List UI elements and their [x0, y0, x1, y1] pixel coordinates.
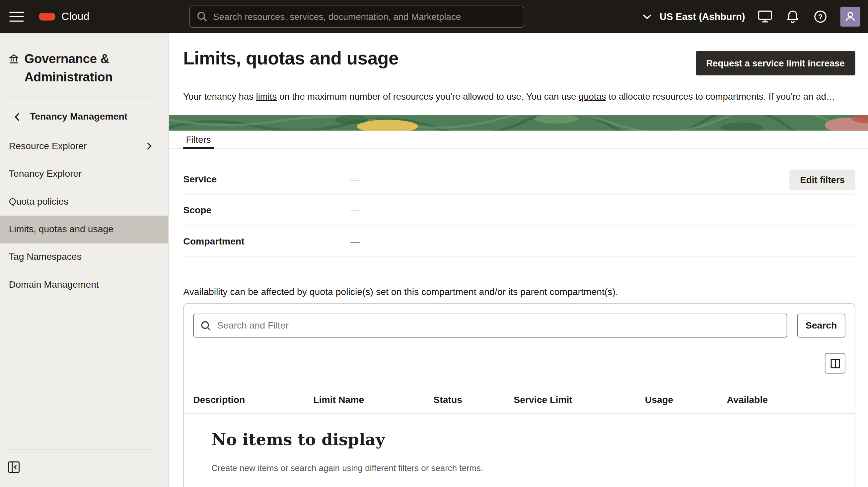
- filter-label: Scope: [183, 205, 350, 216]
- sidebar-item-quota-policies[interactable]: Quota policies: [0, 188, 168, 216]
- sidebar-nav-list: Resource Explorer Tenancy Explorer Quota…: [0, 133, 168, 299]
- global-search[interactable]: [189, 6, 524, 28]
- column-header-usage[interactable]: Usage: [645, 395, 727, 406]
- intro-post: to allocate resources to compartments. I…: [606, 91, 835, 101]
- tab-filters[interactable]: Filters: [183, 131, 214, 149]
- search-button[interactable]: Search: [797, 314, 845, 338]
- panel-search-row: Search: [193, 314, 845, 338]
- filter-row-compartment: Compartment —: [183, 226, 855, 257]
- oracle-logo-icon: [39, 12, 55, 20]
- sidebar-header: Governance & Administration: [0, 33, 168, 86]
- search-icon: [200, 320, 211, 331]
- request-limit-increase-button[interactable]: Request a service limit increase: [695, 51, 855, 75]
- app-window: Cloud US East (Ashburn) ?: [0, 0, 868, 487]
- sidebar-bottom-divider: [6, 449, 156, 450]
- sidebar-item-domain-management[interactable]: Domain Management: [0, 271, 168, 299]
- sidebar: Governance & Administration Tenancy Mana…: [0, 33, 169, 487]
- search-icon: [196, 11, 207, 22]
- column-header-description[interactable]: Description: [193, 395, 313, 406]
- user-avatar[interactable]: [840, 7, 860, 27]
- intro-mid: on the maximum number of resources you'r…: [277, 91, 579, 101]
- topbar-right: US East (Ashburn) ?: [643, 0, 860, 33]
- empty-state-subtitle: Create new items or search again using d…: [211, 463, 483, 474]
- sidebar-parent-label: Tenancy Management: [30, 111, 127, 122]
- filter-row-scope: Scope —: [183, 195, 855, 226]
- sidebar-item-label: Tag Namespaces: [9, 252, 82, 262]
- notifications-bell-icon[interactable]: [785, 9, 801, 25]
- results-panel: Search Description Limit Name Status Ser…: [183, 303, 855, 487]
- empty-state-title: No items to display: [211, 430, 385, 449]
- brand-label: Cloud: [61, 11, 90, 23]
- sidebar-item-label: Tenancy Explorer: [9, 168, 82, 179]
- chevron-left-icon: [14, 113, 20, 122]
- sidebar-item-limits-quotas-usage[interactable]: Limits, quotas and usage: [0, 216, 168, 243]
- availability-note: Availability can be affected by quota po…: [183, 287, 618, 298]
- intro-text: Your tenancy has limits on the maximum n…: [183, 90, 855, 103]
- column-header-service-limit[interactable]: Service Limit: [514, 395, 645, 406]
- global-search-input[interactable]: [213, 11, 517, 22]
- filter-value: —: [350, 174, 360, 185]
- brand[interactable]: Cloud: [39, 11, 90, 23]
- decorative-banner: [169, 115, 868, 131]
- hamburger-menu-icon[interactable]: [9, 11, 24, 22]
- limits-link[interactable]: limits: [256, 91, 277, 101]
- filter-label: Compartment: [183, 236, 350, 247]
- filter-label: Service: [183, 174, 350, 185]
- region-label: US East (Ashburn): [660, 11, 745, 23]
- svg-text:?: ?: [818, 12, 823, 21]
- chevron-right-icon: [147, 142, 152, 150]
- tab-label: Filters: [186, 135, 211, 145]
- table-search[interactable]: [193, 314, 787, 338]
- sidebar-item-resource-explorer[interactable]: Resource Explorer: [0, 133, 168, 160]
- page-title: Limits, quotas and usage: [183, 48, 399, 68]
- help-icon[interactable]: ?: [813, 9, 828, 25]
- main-content: Limits, quotas and usage Request a servi…: [169, 33, 868, 487]
- table-search-input[interactable]: [217, 320, 780, 331]
- sidebar-section-title: Governance & Administration: [24, 50, 157, 86]
- governance-icon: [9, 54, 19, 86]
- chevron-down-icon: [643, 14, 652, 20]
- column-settings-button[interactable]: [825, 353, 845, 374]
- sidebar-item-label: Domain Management: [9, 279, 99, 290]
- table-header-row: Description Limit Name Status Service Li…: [184, 387, 855, 414]
- column-header-status[interactable]: Status: [433, 395, 514, 406]
- topbar: Cloud US East (Ashburn) ?: [0, 0, 868, 33]
- sidebar-item-label: Quota policies: [9, 196, 69, 207]
- sidebar-collapse-icon[interactable]: [8, 461, 21, 475]
- region-selector[interactable]: US East (Ashburn): [643, 11, 745, 23]
- sidebar-item-tenancy-explorer[interactable]: Tenancy Explorer: [0, 160, 168, 188]
- tab-bar: Filters: [169, 131, 868, 149]
- edit-filters-button[interactable]: Edit filters: [790, 170, 856, 190]
- intro-pre: Your tenancy has: [183, 91, 256, 101]
- column-header-limit-name[interactable]: Limit Name: [313, 395, 433, 406]
- filter-row-service: Service —: [183, 164, 855, 195]
- filter-value: —: [350, 205, 360, 216]
- column-header-available[interactable]: Available: [727, 395, 838, 406]
- sidebar-item-label: Limits, quotas and usage: [9, 224, 114, 235]
- filter-summary: Service — Scope — Compartment —: [183, 164, 855, 257]
- sidebar-item-label: Resource Explorer: [9, 141, 87, 152]
- quotas-link[interactable]: quotas: [579, 91, 606, 101]
- filter-value: —: [350, 236, 360, 247]
- cloud-shell-icon[interactable]: [757, 9, 773, 25]
- sidebar-parent-tenancy-management[interactable]: Tenancy Management: [0, 98, 168, 128]
- sidebar-item-tag-namespaces[interactable]: Tag Namespaces: [0, 243, 168, 271]
